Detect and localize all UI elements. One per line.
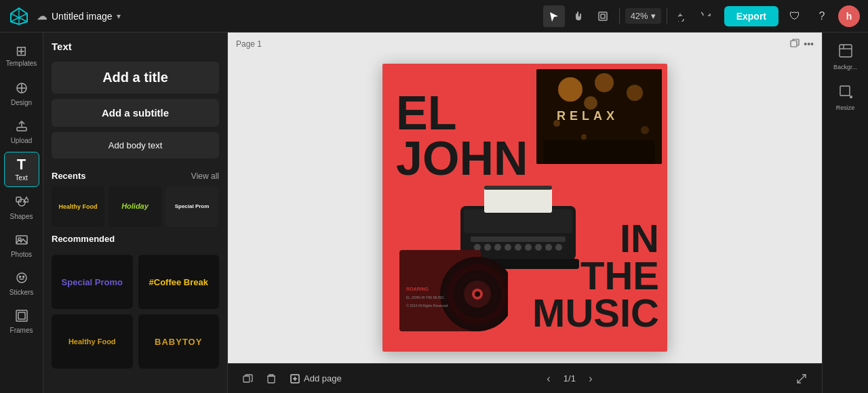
photo-top-right: RELAX (536, 69, 662, 164)
app-logo[interactable] (8, 5, 30, 27)
svg-rect-58 (268, 376, 275, 383)
page-more-btn[interactable]: ••• (804, 38, 814, 49)
svg-text:RELAX: RELAX (557, 109, 618, 123)
svg-rect-11 (16, 236, 27, 244)
svg-point-15 (22, 276, 24, 277)
rec-label-0: Special Promo (62, 277, 123, 287)
add-page-button[interactable]: Add page (285, 369, 347, 388)
rec-label-3: BABYTOY (155, 337, 202, 347)
svg-point-23 (584, 96, 597, 110)
undo-redo (673, 5, 717, 27)
background-tool[interactable]: Backgr... (827, 38, 865, 76)
svg-rect-62 (840, 45, 852, 57)
recommended-label: Recommended (52, 234, 115, 244)
view-all-link[interactable]: View all (191, 171, 219, 181)
recent-card-1[interactable]: Holiday (108, 186, 161, 227)
record-image: ROARING EL JOHN IN THE MUSIC © 2024 All … (396, 236, 508, 338)
nav-upload[interactable]: Upload (4, 114, 39, 149)
recommended-card-0[interactable]: Special Promo (52, 255, 133, 309)
add-subtitle-button[interactable]: Add a subtitle (52, 99, 219, 127)
shapes-icon (15, 195, 28, 211)
rec-label-1: #Coffee Break (149, 277, 208, 287)
help-button[interactable]: ? (811, 5, 833, 27)
svg-point-26 (581, 134, 587, 140)
nav-frames[interactable]: Frames (4, 304, 39, 339)
design-icon (15, 81, 28, 97)
recent-card-0[interactable]: Healthy Food (52, 186, 104, 227)
photos-icon (15, 233, 28, 249)
avatar[interactable]: h (838, 5, 860, 27)
svg-point-25 (641, 126, 649, 134)
recommended-card-3[interactable]: BABYTOY (138, 314, 220, 369)
hand-tool[interactable] (568, 5, 589, 27)
redo-btn[interactable] (696, 5, 717, 27)
add-page-label: Add page (304, 373, 342, 384)
svg-text:© 2024 All Rights Reserved: © 2024 All Rights Reserved (406, 304, 448, 308)
svg-point-8 (18, 199, 25, 206)
in-the-music-text: INTHEMUSIC (532, 220, 659, 331)
recommended-grid: Special Promo #Coffee Break Healthy Food… (52, 255, 219, 369)
svg-text:ROARING: ROARING (406, 287, 429, 291)
svg-point-38 (515, 244, 521, 251)
resize-icon (838, 84, 853, 102)
nav-templates[interactable]: ⊞ Templates (4, 38, 39, 73)
nav-stickers[interactable]: Stickers (4, 266, 39, 301)
page-copy-btn[interactable] (790, 38, 800, 49)
bottom-toolbar: Add page ‹ 1/1 › (228, 363, 822, 393)
nav-text[interactable]: T Text (4, 152, 39, 187)
undo-btn[interactable] (673, 5, 694, 27)
canvas-area: Page 1 ••• ELJOHN (228, 33, 822, 393)
upload-icon (15, 119, 28, 135)
recommended-card-2[interactable]: Healthy Food (52, 314, 133, 369)
shield-button[interactable]: 🛡 (784, 5, 806, 27)
stickers-icon (15, 271, 28, 287)
svg-rect-28 (543, 140, 655, 164)
templates-icon: ⊞ (16, 44, 27, 58)
frame-tool[interactable] (592, 5, 614, 27)
export-button[interactable]: Export (724, 6, 778, 26)
recents-header: Recents View all (52, 171, 219, 181)
recommended-header: Recommended (52, 234, 219, 244)
resize-tool[interactable]: Resize (827, 79, 865, 117)
background-icon (838, 43, 853, 62)
left-panel: Text Add a title Add a subtitle Add body… (43, 33, 228, 393)
svg-rect-63 (840, 86, 850, 96)
recommended-card-1[interactable]: #Coffee Break (138, 255, 220, 309)
svg-rect-7 (17, 127, 26, 131)
page-label: Page 1 (236, 39, 262, 49)
recent-card-2[interactable]: Special Prom (165, 186, 218, 227)
add-body-button[interactable]: Add body text (52, 132, 219, 159)
panel-title: Text (52, 41, 219, 52)
svg-rect-32 (484, 186, 552, 190)
zoom-chevron: ▾ (651, 11, 656, 21)
topbar-tools: 42% ▾ (543, 5, 717, 27)
svg-point-20 (558, 77, 583, 102)
delete-page-btn[interactable] (262, 369, 281, 388)
doc-chevron[interactable]: ▾ (117, 12, 121, 21)
canvas-viewport[interactable]: ELJOHN (228, 52, 822, 363)
cloud-icon: ☁ (37, 9, 47, 22)
background-label: Backgr... (833, 64, 857, 70)
next-page-btn[interactable]: › (581, 369, 600, 388)
svg-marker-10 (24, 197, 28, 202)
svg-point-50 (475, 291, 480, 297)
svg-rect-5 (601, 14, 605, 18)
expand-btn[interactable] (792, 369, 811, 388)
copy-page-btn[interactable] (239, 369, 258, 388)
svg-rect-17 (18, 312, 25, 319)
svg-point-22 (627, 85, 643, 101)
zoom-control[interactable]: 42% ▾ (625, 8, 661, 24)
resize-label: Resize (836, 104, 855, 111)
svg-text:EL JOHN IN THE MUSIC: EL JOHN IN THE MUSIC (406, 295, 445, 299)
pointer-tool[interactable] (543, 5, 565, 27)
nav-shapes[interactable]: Shapes (4, 190, 39, 225)
left-nav: ⊞ Templates Design Upload T Text Shapes (0, 33, 43, 393)
nav-design[interactable]: Design (4, 76, 39, 111)
doc-title[interactable]: Untitled image (52, 11, 113, 22)
add-title-button[interactable]: Add a title (52, 62, 219, 94)
prev-page-btn[interactable]: ‹ (539, 369, 558, 388)
main-layout: ⊞ Templates Design Upload T Text Shapes (0, 33, 868, 393)
nav-photos[interactable]: Photos (4, 228, 39, 263)
zoom-value: 42% (631, 11, 648, 21)
frames-icon (15, 309, 28, 325)
